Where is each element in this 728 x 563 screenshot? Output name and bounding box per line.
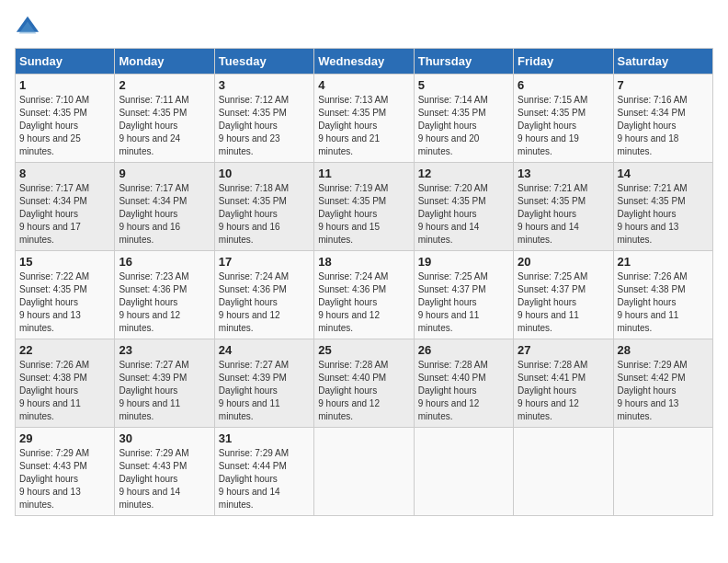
day-info: Sunrise: 7:12 AM Sunset: 4:35 PM Dayligh… bbox=[219, 95, 289, 156]
calendar-day-cell: 13 Sunrise: 7:21 AM Sunset: 4:35 PM Dayl… bbox=[514, 163, 613, 251]
day-info: Sunrise: 7:28 AM Sunset: 4:41 PM Dayligh… bbox=[518, 360, 587, 421]
calendar-day-cell: 1 Sunrise: 7:10 AM Sunset: 4:35 PM Dayli… bbox=[16, 75, 115, 163]
calendar-day-cell: 22 Sunrise: 7:26 AM Sunset: 4:38 PM Dayl… bbox=[16, 339, 115, 428]
day-number: 5 bbox=[418, 78, 509, 92]
day-number: 16 bbox=[119, 255, 210, 269]
calendar-day-cell: 2 Sunrise: 7:11 AM Sunset: 4:35 PM Dayli… bbox=[115, 75, 214, 163]
calendar-day-cell: 29 Sunrise: 7:29 AM Sunset: 4:43 PM Dayl… bbox=[16, 428, 115, 516]
day-of-week-header: Sunday bbox=[16, 49, 115, 75]
day-number: 17 bbox=[219, 255, 310, 269]
day-number: 4 bbox=[318, 78, 409, 92]
day-number: 3 bbox=[219, 78, 310, 92]
day-info: Sunrise: 7:24 AM Sunset: 4:36 PM Dayligh… bbox=[318, 271, 388, 333]
day-number: 28 bbox=[618, 343, 709, 357]
day-number: 25 bbox=[318, 343, 409, 357]
calendar-day-cell: 27 Sunrise: 7:28 AM Sunset: 4:41 PM Dayl… bbox=[514, 339, 613, 428]
page-header bbox=[15, 15, 713, 40]
calendar-day-cell: 10 Sunrise: 7:18 AM Sunset: 4:35 PM Dayl… bbox=[214, 163, 313, 251]
calendar-week-row: 15 Sunrise: 7:22 AM Sunset: 4:35 PM Dayl… bbox=[16, 251, 713, 339]
calendar-day-cell: 30 Sunrise: 7:29 AM Sunset: 4:43 PM Dayl… bbox=[115, 428, 214, 516]
day-info: Sunrise: 7:21 AM Sunset: 4:35 PM Dayligh… bbox=[518, 183, 587, 245]
day-info: Sunrise: 7:17 AM Sunset: 4:34 PM Dayligh… bbox=[119, 183, 188, 245]
day-info: Sunrise: 7:21 AM Sunset: 4:35 PM Dayligh… bbox=[618, 183, 688, 245]
day-number: 10 bbox=[219, 167, 310, 180]
day-number: 7 bbox=[618, 78, 709, 92]
day-of-week-header: Monday bbox=[115, 49, 214, 75]
calendar-week-row: 8 Sunrise: 7:17 AM Sunset: 4:34 PM Dayli… bbox=[16, 163, 713, 251]
calendar-day-cell bbox=[314, 428, 414, 516]
calendar-day-cell: 17 Sunrise: 7:24 AM Sunset: 4:36 PM Dayl… bbox=[214, 251, 313, 339]
day-number: 31 bbox=[219, 431, 310, 445]
calendar-day-cell: 12 Sunrise: 7:20 AM Sunset: 4:35 PM Dayl… bbox=[414, 163, 513, 251]
day-info: Sunrise: 7:14 AM Sunset: 4:35 PM Dayligh… bbox=[418, 95, 488, 156]
day-number: 29 bbox=[19, 431, 110, 445]
calendar-day-cell: 16 Sunrise: 7:23 AM Sunset: 4:36 PM Dayl… bbox=[115, 251, 214, 339]
day-number: 20 bbox=[518, 255, 609, 269]
calendar-week-row: 29 Sunrise: 7:29 AM Sunset: 4:43 PM Dayl… bbox=[16, 428, 713, 516]
logo bbox=[15, 15, 44, 40]
day-info: Sunrise: 7:22 AM Sunset: 4:35 PM Dayligh… bbox=[19, 271, 89, 333]
day-of-week-header: Friday bbox=[514, 49, 613, 75]
day-number: 15 bbox=[19, 255, 110, 269]
day-number: 30 bbox=[119, 431, 210, 445]
day-number: 19 bbox=[418, 255, 509, 269]
day-info: Sunrise: 7:29 AM Sunset: 4:43 PM Dayligh… bbox=[119, 448, 188, 510]
calendar-day-cell: 15 Sunrise: 7:22 AM Sunset: 4:35 PM Dayl… bbox=[16, 251, 115, 339]
calendar-day-cell: 11 Sunrise: 7:19 AM Sunset: 4:35 PM Dayl… bbox=[314, 163, 414, 251]
calendar-day-cell: 7 Sunrise: 7:16 AM Sunset: 4:34 PM Dayli… bbox=[613, 75, 712, 163]
calendar-day-cell: 31 Sunrise: 7:29 AM Sunset: 4:44 PM Dayl… bbox=[214, 428, 313, 516]
day-info: Sunrise: 7:17 AM Sunset: 4:34 PM Dayligh… bbox=[19, 183, 89, 245]
calendar-day-cell: 28 Sunrise: 7:29 AM Sunset: 4:42 PM Dayl… bbox=[613, 339, 712, 428]
day-number: 1 bbox=[19, 78, 110, 92]
day-info: Sunrise: 7:26 AM Sunset: 4:38 PM Dayligh… bbox=[19, 360, 89, 421]
calendar-day-cell: 20 Sunrise: 7:25 AM Sunset: 4:37 PM Dayl… bbox=[514, 251, 613, 339]
calendar-day-cell: 25 Sunrise: 7:28 AM Sunset: 4:40 PM Dayl… bbox=[314, 339, 414, 428]
day-info: Sunrise: 7:13 AM Sunset: 4:35 PM Dayligh… bbox=[318, 95, 388, 156]
day-info: Sunrise: 7:29 AM Sunset: 4:44 PM Dayligh… bbox=[219, 448, 289, 510]
calendar-day-cell: 5 Sunrise: 7:14 AM Sunset: 4:35 PM Dayli… bbox=[414, 75, 513, 163]
calendar-day-cell: 6 Sunrise: 7:15 AM Sunset: 4:35 PM Dayli… bbox=[514, 75, 613, 163]
day-info: Sunrise: 7:11 AM Sunset: 4:35 PM Dayligh… bbox=[119, 95, 188, 156]
day-info: Sunrise: 7:20 AM Sunset: 4:35 PM Dayligh… bbox=[418, 183, 488, 245]
day-info: Sunrise: 7:26 AM Sunset: 4:38 PM Dayligh… bbox=[618, 271, 688, 333]
calendar-week-row: 1 Sunrise: 7:10 AM Sunset: 4:35 PM Dayli… bbox=[16, 75, 713, 163]
calendar-day-cell: 14 Sunrise: 7:21 AM Sunset: 4:35 PM Dayl… bbox=[613, 163, 712, 251]
day-info: Sunrise: 7:29 AM Sunset: 4:42 PM Dayligh… bbox=[618, 360, 688, 421]
day-info: Sunrise: 7:29 AM Sunset: 4:43 PM Dayligh… bbox=[19, 448, 89, 510]
day-number: 11 bbox=[318, 167, 409, 180]
day-number: 2 bbox=[119, 78, 210, 92]
day-info: Sunrise: 7:27 AM Sunset: 4:39 PM Dayligh… bbox=[119, 360, 188, 421]
calendar-day-cell: 19 Sunrise: 7:25 AM Sunset: 4:37 PM Dayl… bbox=[414, 251, 513, 339]
day-of-week-header: Thursday bbox=[414, 49, 513, 75]
calendar-day-cell: 3 Sunrise: 7:12 AM Sunset: 4:35 PM Dayli… bbox=[214, 75, 313, 163]
day-info: Sunrise: 7:27 AM Sunset: 4:39 PM Dayligh… bbox=[219, 360, 289, 421]
day-number: 9 bbox=[119, 167, 210, 180]
day-number: 26 bbox=[418, 343, 509, 357]
calendar-week-row: 22 Sunrise: 7:26 AM Sunset: 4:38 PM Dayl… bbox=[16, 339, 713, 428]
day-number: 12 bbox=[418, 167, 509, 180]
day-info: Sunrise: 7:15 AM Sunset: 4:35 PM Dayligh… bbox=[518, 95, 587, 156]
day-number: 18 bbox=[318, 255, 409, 269]
day-number: 6 bbox=[518, 78, 609, 92]
calendar-day-cell: 21 Sunrise: 7:26 AM Sunset: 4:38 PM Dayl… bbox=[613, 251, 712, 339]
day-number: 23 bbox=[119, 343, 210, 357]
calendar-day-cell: 24 Sunrise: 7:27 AM Sunset: 4:39 PM Dayl… bbox=[214, 339, 313, 428]
calendar-day-cell: 18 Sunrise: 7:24 AM Sunset: 4:36 PM Dayl… bbox=[314, 251, 414, 339]
calendar-table: SundayMondayTuesdayWednesdayThursdayFrid… bbox=[15, 48, 713, 516]
day-info: Sunrise: 7:23 AM Sunset: 4:36 PM Dayligh… bbox=[119, 271, 188, 333]
calendar-day-cell: 8 Sunrise: 7:17 AM Sunset: 4:34 PM Dayli… bbox=[16, 163, 115, 251]
day-info: Sunrise: 7:28 AM Sunset: 4:40 PM Dayligh… bbox=[318, 360, 388, 421]
day-info: Sunrise: 7:25 AM Sunset: 4:37 PM Dayligh… bbox=[518, 271, 587, 333]
day-of-week-header: Wednesday bbox=[314, 49, 414, 75]
day-of-week-header: Saturday bbox=[613, 49, 712, 75]
calendar-day-cell: 9 Sunrise: 7:17 AM Sunset: 4:34 PM Dayli… bbox=[115, 163, 214, 251]
day-number: 13 bbox=[518, 167, 609, 180]
day-number: 22 bbox=[19, 343, 110, 357]
calendar-day-cell: 23 Sunrise: 7:27 AM Sunset: 4:39 PM Dayl… bbox=[115, 339, 214, 428]
day-number: 27 bbox=[518, 343, 609, 357]
calendar-day-cell bbox=[514, 428, 613, 516]
calendar-day-cell bbox=[613, 428, 712, 516]
day-info: Sunrise: 7:16 AM Sunset: 4:34 PM Dayligh… bbox=[618, 95, 688, 156]
day-info: Sunrise: 7:18 AM Sunset: 4:35 PM Dayligh… bbox=[219, 183, 289, 245]
day-of-week-header: Tuesday bbox=[214, 49, 313, 75]
